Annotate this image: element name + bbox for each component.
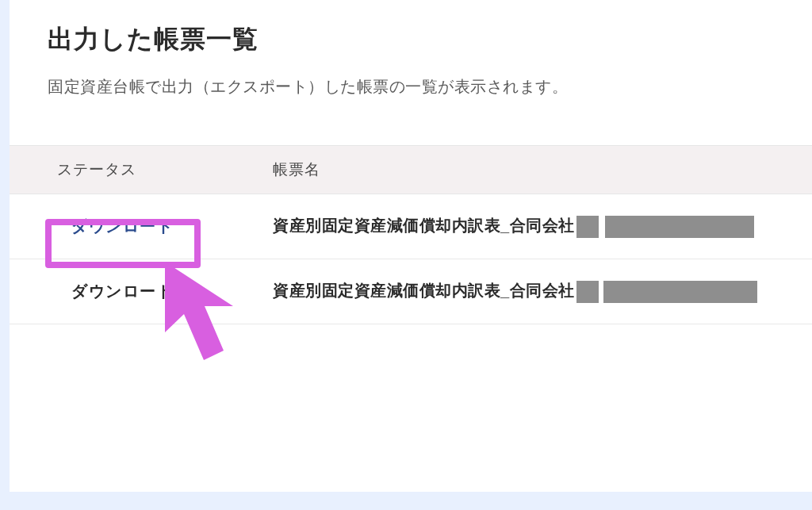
table-row: ダウンロード 資産別固定資産減価償却内訳表_合同会社 [10,259,812,324]
report-name-text: 資産別固定資産減価償却内訳表_合同会社 [273,282,575,299]
header-name: 帳票名 [232,159,812,180]
table-header-row: ステータス 帳票名 [10,145,812,194]
redacted-block [603,281,757,303]
redacted-block [605,216,754,238]
redacted-block [576,281,599,303]
page-subtitle: 固定資産台帳で出力（エクスポート）した帳票の一覧が表示されます。 [10,76,812,145]
reports-table: ステータス 帳票名 ダウンロード 資産別固定資産減価償却内訳表_合同会社 ダウン… [10,145,812,324]
cell-report-name: 資産別固定資産減価償却内訳表_合同会社 [232,280,812,303]
cell-report-name: 資産別固定資産減価償却内訳表_合同会社 [232,215,812,238]
download-link[interactable]: ダウンロード [71,217,174,235]
table-row: ダウンロード 資産別固定資産減価償却内訳表_合同会社 [10,194,812,259]
main-panel: 出力した帳票一覧 固定資産台帳で出力（エクスポート）した帳票の一覧が表示されます… [10,0,812,492]
redacted-block [576,216,599,238]
report-name-text: 資産別固定資産減価償却内訳表_合同会社 [273,217,575,234]
header-status: ステータス [10,159,232,180]
cell-status: ダウンロード [10,216,232,237]
page-title: 出力した帳票一覧 [10,22,812,76]
download-text: ダウンロード [71,282,174,300]
cell-status: ダウンロード [10,281,232,302]
